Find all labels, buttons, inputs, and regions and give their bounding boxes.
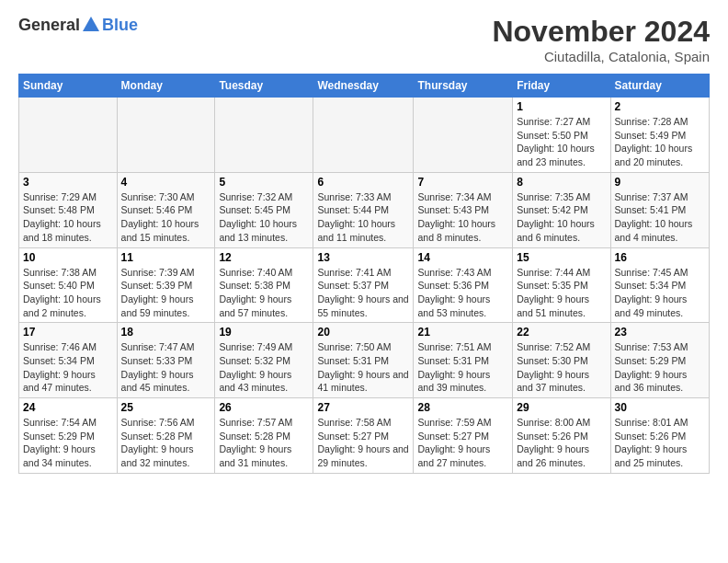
- day-number: 12: [219, 251, 309, 264]
- calendar-cell: 19Sunrise: 7:49 AMSunset: 5:32 PMDayligh…: [215, 323, 313, 398]
- day-info: Sunrise: 7:44 AMSunset: 5:35 PMDaylight:…: [517, 266, 606, 320]
- day-number: 21: [417, 326, 508, 339]
- day-number: 1: [517, 100, 606, 113]
- calendar-week-3: 17Sunrise: 7:46 AMSunset: 5:34 PMDayligh…: [19, 323, 710, 398]
- header: General Blue November 2024 Ciutadilla, C…: [18, 15, 710, 64]
- weekday-header-wednesday: Wednesday: [313, 75, 414, 98]
- day-number: 7: [417, 176, 508, 189]
- day-number: 17: [23, 326, 113, 339]
- day-info: Sunrise: 8:00 AMSunset: 5:26 PMDaylight:…: [517, 416, 606, 470]
- calendar-cell: 5Sunrise: 7:32 AMSunset: 5:45 PMDaylight…: [215, 172, 313, 247]
- calendar-cell: 14Sunrise: 7:43 AMSunset: 5:36 PMDayligh…: [414, 247, 513, 323]
- day-number: 30: [615, 401, 705, 414]
- day-info: Sunrise: 7:47 AMSunset: 5:33 PMDaylight:…: [121, 340, 211, 395]
- day-number: 27: [317, 401, 409, 414]
- day-info: Sunrise: 7:51 AMSunset: 5:31 PMDaylight:…: [417, 340, 508, 395]
- day-number: 15: [517, 251, 606, 264]
- calendar-week-0: 1Sunrise: 7:27 AMSunset: 5:50 PMDaylight…: [19, 98, 710, 173]
- day-info: Sunrise: 7:53 AMSunset: 5:29 PMDaylight:…: [615, 340, 705, 395]
- day-number: 26: [219, 401, 309, 414]
- calendar-cell: 1Sunrise: 7:27 AMSunset: 5:50 PMDaylight…: [513, 98, 610, 173]
- day-info: Sunrise: 7:52 AMSunset: 5:30 PMDaylight:…: [517, 340, 606, 395]
- calendar-cell: 13Sunrise: 7:41 AMSunset: 5:37 PMDayligh…: [313, 247, 414, 323]
- calendar-cell: 23Sunrise: 7:53 AMSunset: 5:29 PMDayligh…: [610, 323, 709, 398]
- calendar-cell: 7Sunrise: 7:34 AMSunset: 5:43 PMDaylight…: [414, 172, 513, 247]
- calendar-cell: 20Sunrise: 7:50 AMSunset: 5:31 PMDayligh…: [313, 323, 414, 398]
- calendar-week-2: 10Sunrise: 7:38 AMSunset: 5:40 PMDayligh…: [19, 247, 710, 323]
- day-number: 24: [23, 401, 113, 414]
- day-number: 22: [517, 326, 606, 339]
- calendar-cell: 3Sunrise: 7:29 AMSunset: 5:48 PMDaylight…: [19, 172, 118, 247]
- day-info: Sunrise: 7:54 AMSunset: 5:29 PMDaylight:…: [23, 416, 113, 470]
- title-block: November 2024 Ciutadilla, Catalonia, Spa…: [492, 15, 710, 64]
- weekday-header-sunday: Sunday: [19, 75, 118, 98]
- calendar-cell: 12Sunrise: 7:40 AMSunset: 5:38 PMDayligh…: [215, 247, 313, 323]
- day-number: 23: [615, 326, 705, 339]
- calendar-cell: 21Sunrise: 7:51 AMSunset: 5:31 PMDayligh…: [414, 323, 513, 398]
- day-number: 6: [317, 176, 409, 189]
- day-info: Sunrise: 7:35 AMSunset: 5:42 PMDaylight:…: [517, 190, 606, 245]
- calendar-cell: 30Sunrise: 8:01 AMSunset: 5:26 PMDayligh…: [610, 398, 709, 474]
- day-info: Sunrise: 7:57 AMSunset: 5:28 PMDaylight:…: [219, 416, 309, 470]
- day-info: Sunrise: 7:40 AMSunset: 5:38 PMDaylight:…: [219, 266, 309, 320]
- calendar-cell: 11Sunrise: 7:39 AMSunset: 5:39 PMDayligh…: [117, 247, 215, 323]
- calendar-cell: 15Sunrise: 7:44 AMSunset: 5:35 PMDayligh…: [513, 247, 610, 323]
- day-info: Sunrise: 7:46 AMSunset: 5:34 PMDaylight:…: [23, 340, 113, 395]
- day-info: Sunrise: 7:58 AMSunset: 5:27 PMDaylight:…: [317, 416, 409, 470]
- day-info: Sunrise: 7:37 AMSunset: 5:41 PMDaylight:…: [615, 190, 705, 245]
- day-info: Sunrise: 7:59 AMSunset: 5:27 PMDaylight:…: [417, 416, 508, 470]
- day-info: Sunrise: 7:32 AMSunset: 5:45 PMDaylight:…: [219, 190, 309, 245]
- day-info: Sunrise: 7:49 AMSunset: 5:32 PMDaylight:…: [219, 340, 309, 395]
- calendar-cell: 29Sunrise: 8:00 AMSunset: 5:26 PMDayligh…: [513, 398, 610, 474]
- calendar-cell: 16Sunrise: 7:45 AMSunset: 5:34 PMDayligh…: [610, 247, 709, 323]
- calendar-week-1: 3Sunrise: 7:29 AMSunset: 5:48 PMDaylight…: [19, 172, 710, 247]
- calendar-cell: 2Sunrise: 7:28 AMSunset: 5:49 PMDaylight…: [610, 98, 709, 173]
- page: General Blue November 2024 Ciutadilla, C…: [0, 0, 728, 483]
- day-info: Sunrise: 8:01 AMSunset: 5:26 PMDaylight:…: [615, 416, 705, 470]
- day-info: Sunrise: 7:38 AMSunset: 5:40 PMDaylight:…: [23, 266, 113, 320]
- weekday-header-monday: Monday: [117, 75, 215, 98]
- day-info: Sunrise: 7:56 AMSunset: 5:28 PMDaylight:…: [121, 416, 211, 470]
- logo-icon: [81, 15, 101, 35]
- calendar-cell: 9Sunrise: 7:37 AMSunset: 5:41 PMDaylight…: [610, 172, 709, 247]
- calendar-cell: 4Sunrise: 7:30 AMSunset: 5:46 PMDaylight…: [117, 172, 215, 247]
- day-number: 14: [417, 251, 508, 264]
- day-number: 11: [121, 251, 211, 264]
- day-number: 25: [121, 401, 211, 414]
- calendar-cell: 22Sunrise: 7:52 AMSunset: 5:30 PMDayligh…: [513, 323, 610, 398]
- day-info: Sunrise: 7:33 AMSunset: 5:44 PMDaylight:…: [317, 190, 409, 245]
- day-number: 9: [615, 176, 705, 189]
- day-info: Sunrise: 7:41 AMSunset: 5:37 PMDaylight:…: [317, 266, 409, 320]
- location-title: Ciutadilla, Catalonia, Spain: [492, 49, 710, 64]
- day-number: 28: [417, 401, 508, 414]
- weekday-header-friday: Friday: [513, 75, 610, 98]
- logo: General Blue: [18, 15, 138, 35]
- svg-marker-0: [83, 17, 99, 31]
- logo-blue: Blue: [102, 16, 138, 35]
- calendar-week-4: 24Sunrise: 7:54 AMSunset: 5:29 PMDayligh…: [19, 398, 710, 474]
- weekday-header-saturday: Saturday: [610, 75, 709, 98]
- day-info: Sunrise: 7:43 AMSunset: 5:36 PMDaylight:…: [417, 266, 508, 320]
- day-info: Sunrise: 7:30 AMSunset: 5:46 PMDaylight:…: [121, 190, 211, 245]
- day-info: Sunrise: 7:34 AMSunset: 5:43 PMDaylight:…: [417, 190, 508, 245]
- calendar-cell: [19, 98, 118, 173]
- calendar-cell: 26Sunrise: 7:57 AMSunset: 5:28 PMDayligh…: [215, 398, 313, 474]
- calendar-cell: 27Sunrise: 7:58 AMSunset: 5:27 PMDayligh…: [313, 398, 414, 474]
- day-number: 19: [219, 326, 309, 339]
- day-number: 5: [219, 176, 309, 189]
- day-number: 29: [517, 401, 606, 414]
- calendar-cell: 28Sunrise: 7:59 AMSunset: 5:27 PMDayligh…: [414, 398, 513, 474]
- day-number: 8: [517, 176, 606, 189]
- month-title: November 2024: [492, 15, 710, 49]
- calendar-cell: 25Sunrise: 7:56 AMSunset: 5:28 PMDayligh…: [117, 398, 215, 474]
- day-info: Sunrise: 7:50 AMSunset: 5:31 PMDaylight:…: [317, 340, 409, 395]
- day-number: 3: [23, 176, 113, 189]
- calendar-cell: 17Sunrise: 7:46 AMSunset: 5:34 PMDayligh…: [19, 323, 118, 398]
- day-number: 18: [121, 326, 211, 339]
- day-info: Sunrise: 7:29 AMSunset: 5:48 PMDaylight:…: [23, 190, 113, 245]
- calendar-cell: 24Sunrise: 7:54 AMSunset: 5:29 PMDayligh…: [19, 398, 118, 474]
- day-number: 4: [121, 176, 211, 189]
- day-number: 10: [23, 251, 113, 264]
- day-number: 20: [317, 326, 409, 339]
- calendar-cell: [215, 98, 313, 173]
